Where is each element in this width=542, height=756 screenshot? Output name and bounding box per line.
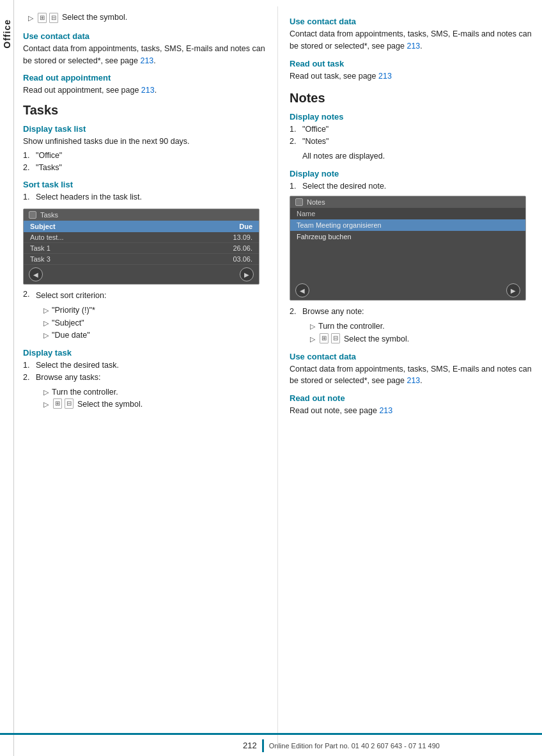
list-item: ▷ Turn the controller. xyxy=(38,386,266,398)
notes-icon xyxy=(295,198,303,206)
arrow-icon: ▷ xyxy=(43,330,49,341)
read-out-appt-body: Read out appointment, see page 213. xyxy=(23,84,266,97)
table-row: Task 1 26.06. xyxy=(24,243,259,254)
content-area: ▷ ⊞ ⊟ Select the symbol. Use contact dat… xyxy=(14,0,542,756)
right-use-contact-body: Contact data from appointments, tasks, S… xyxy=(290,28,533,52)
display-note-bullets: ▷ Turn the controller. ▷ ⊞ ⊟ Select the … xyxy=(290,320,533,345)
row2-col2: 26.06. xyxy=(233,244,252,252)
display-task-list-body: Show unfinished tasks due in the next 90… xyxy=(23,136,266,148)
notes-use-contact-heading: Use contact data xyxy=(290,352,533,361)
display-notes-heading: Display notes xyxy=(290,112,533,122)
right-column: Use contact data Contact data from appoi… xyxy=(278,6,542,750)
read-out-task: Read out task Read out task, see page 21… xyxy=(290,59,533,83)
screenshot-nav-row: ◀ ▶ xyxy=(24,265,259,284)
left-use-contact-heading: Use contact data xyxy=(23,31,266,41)
read-out-task-body: Read out task, see page 213 xyxy=(290,70,533,83)
notes-screenshot-title-text: Notes xyxy=(307,198,325,206)
left-column: ▷ ⊞ ⊟ Select the symbol. Use contact dat… xyxy=(14,6,278,750)
icon1: ⊞ xyxy=(320,333,329,343)
sort-step2-num: 2. xyxy=(23,290,36,299)
list-item: ▷ ⊞ ⊟ Select the symbol. xyxy=(38,398,266,411)
list-item: 2. "Tasks" xyxy=(23,162,266,174)
footer-text: Online Edition for Part no. 01 40 2 607 … xyxy=(269,742,440,750)
row1-col2: 13.09. xyxy=(233,233,252,241)
table-row: Auto test... 13.09. xyxy=(24,232,259,243)
right-use-contact-link[interactable]: 213 xyxy=(407,42,420,51)
arrow-icon: ▷ xyxy=(28,14,33,22)
read-out-appt-heading: Read out appointment xyxy=(23,73,266,83)
list-item: 2. Browse any note: xyxy=(290,306,533,318)
footer-divider xyxy=(262,739,264,752)
notes-table-row: Fahrzeug buchen xyxy=(290,231,525,242)
display-task-list-heading: Display task list xyxy=(23,124,266,134)
notes-row2: Fahrzeug buchen xyxy=(297,233,352,240)
side-tab: Office xyxy=(0,0,14,756)
read-out-appt-link[interactable]: 213 xyxy=(141,86,155,95)
list-item: 1. Select the desired task. xyxy=(23,359,266,372)
read-out-note-body: Read out note, see page 213 xyxy=(290,405,533,417)
icon1: ⊞ xyxy=(53,398,62,409)
nav-btn-left[interactable]: ◀ xyxy=(29,267,43,281)
list-item: ▷ ⊞ ⊟ Select the symbol. xyxy=(305,333,533,345)
tasks-screenshot: Tasks Subject Due Auto test... 13.09. Ta… xyxy=(23,209,259,285)
left-use-contact-link[interactable]: 213 xyxy=(140,56,153,65)
list-item: 2. "Notes" xyxy=(290,136,533,148)
list-item: 2. Browse any tasks: xyxy=(23,372,266,384)
page-footer: 212 Online Edition for Part no. 01 40 2 … xyxy=(0,733,542,756)
display-task-bullets: ▷ Turn the controller. ▷ ⊞ ⊟ Select the … xyxy=(23,386,266,411)
notes-screenshot-titlebar: Notes xyxy=(290,196,525,208)
notes-nav-right[interactable]: ▶ xyxy=(506,283,520,297)
sort-task-step1: 1. Select headers in the task list. xyxy=(23,191,266,203)
list-item: ▷ "Priority (!)"* xyxy=(38,304,266,317)
intro-bullet: ▷ ⊞ ⊟ Select the symbol. xyxy=(23,12,266,25)
arrow-icon: ▷ xyxy=(43,387,49,398)
list-item: 1. Select the desired note. xyxy=(290,180,533,193)
tasks-title: Tasks xyxy=(23,103,266,118)
notes-nav-left[interactable]: ◀ xyxy=(295,283,309,297)
page-container: Office ▷ ⊞ ⊟ Select the symbol. Use cont… xyxy=(0,0,542,756)
read-out-appointment: Read out appointment Read out appointmen… xyxy=(23,73,266,97)
notes-use-contact-link[interactable]: 213 xyxy=(407,376,420,385)
arrow-icon: ▷ xyxy=(43,318,49,329)
col-due: Due xyxy=(239,223,252,230)
sort-options-list: ▷ "Priority (!)"* ▷ "Subject" ▷ "Due dat… xyxy=(23,304,266,342)
row3-col2: 03.06. xyxy=(233,255,252,263)
display-notes-subtext: All notes are displayed. xyxy=(290,150,533,162)
screenshot-title-text: Tasks xyxy=(40,211,58,219)
sort-task-list: Sort task list 1. Select headers in the … xyxy=(23,180,266,342)
read-out-task-link[interactable]: 213 xyxy=(378,72,392,81)
list-item: ▷ Turn the controller. xyxy=(305,320,533,333)
list-item: 1. Select headers in the task list. xyxy=(23,191,266,203)
row2-col1: Task 1 xyxy=(30,244,50,252)
list-item: 1. "Office" xyxy=(290,123,533,136)
notes-screenshot-header: Name xyxy=(290,208,525,219)
display-notes-steps: 1. "Office" 2. "Notes" xyxy=(290,123,533,148)
right-use-contact-data: Use contact data Contact data from appoi… xyxy=(290,17,533,52)
arrow-icon: ▷ xyxy=(310,334,315,345)
arrow-icon: ▷ xyxy=(43,305,49,316)
notes-table-row: Team Meeting organisieren xyxy=(290,219,525,231)
display-note-step1: 1. Select the desired note. xyxy=(290,180,533,193)
notes-use-contact-data: Use contact data Contact data from appoi… xyxy=(290,352,533,388)
sort-step2-text: Select sort criterion: xyxy=(36,290,106,302)
read-out-note-link[interactable]: 213 xyxy=(379,406,392,415)
display-note-heading: Display note xyxy=(290,169,533,178)
row1-col1: Auto test... xyxy=(30,233,64,241)
read-out-note: Read out note Read out note, see page 21… xyxy=(290,393,533,417)
icon2: ⊟ xyxy=(65,398,74,409)
page-number: 212 xyxy=(243,741,257,750)
display-task-heading: Display task xyxy=(23,348,266,358)
left-use-contact-body: Contact data from appointments, tasks, S… xyxy=(23,43,266,67)
sort-task-list-heading: Sort task list xyxy=(23,180,266,189)
icon2: ⊟ xyxy=(49,13,58,23)
display-task-list: Display task list Show unfinished tasks … xyxy=(23,124,266,173)
notes-title: Notes xyxy=(290,91,533,106)
display-task: Display task 1. Select the desired task.… xyxy=(23,348,266,411)
icon1: ⊞ xyxy=(38,13,47,23)
icon2: ⊟ xyxy=(331,333,340,343)
nav-btn-right[interactable]: ▶ xyxy=(240,267,254,281)
display-notes: Display notes 1. "Office" 2. "Notes" All… xyxy=(290,112,533,162)
notes-screenshot: Notes Name Team Meeting organisieren Fah… xyxy=(290,196,526,301)
intro-bullet-text: Select the symbol. xyxy=(62,12,127,24)
list-item: ▷ "Due date" xyxy=(38,329,266,342)
